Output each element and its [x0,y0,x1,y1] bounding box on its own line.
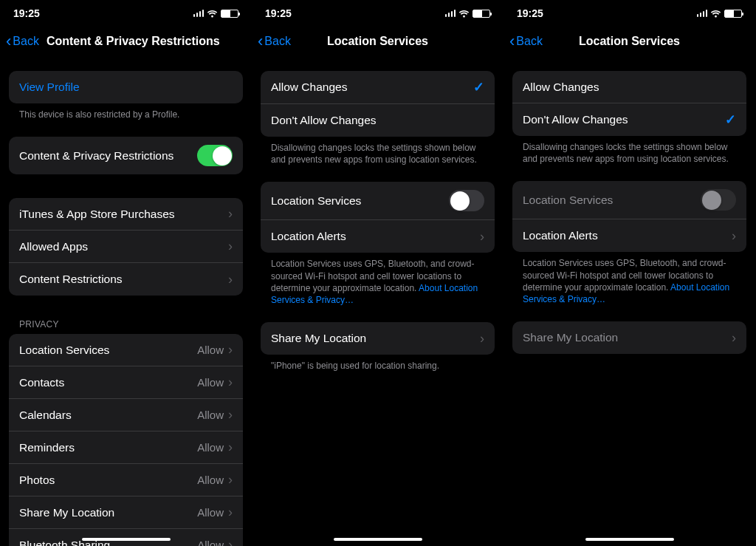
wifi-icon [207,10,218,18]
location-services-switch [701,189,736,211]
home-indicator[interactable] [334,538,422,541]
wifi-icon [710,10,721,18]
back-button[interactable]: ‹ Back [509,32,543,51]
content-restrictions-row[interactable]: Content Restrictions› [9,263,243,296]
battery-icon [724,10,742,18]
view-profile-label: View Profile [19,81,233,94]
chevron-right-icon: › [480,229,484,245]
chevron-right-icon: › [732,228,736,244]
privacy-reminders-row[interactable]: RemindersAllow› [9,431,243,464]
back-label: Back [13,35,39,48]
itunes-row[interactable]: iTunes & App Store Purchases› [9,198,243,231]
chevron-right-icon: › [228,342,233,358]
nav-bar: ‹ Back Location Services [252,25,504,58]
location-alerts-row[interactable]: Location Alerts › [261,220,495,253]
cellular-icon [697,10,708,17]
status-bar: 19:25 [252,6,504,21]
screen-content-privacy: 19:25 ‹ Back Content & Privacy Restricti… [0,0,252,546]
status-icons [445,10,491,18]
status-icons [193,10,239,18]
privacy-header: PRIVACY [9,319,243,334]
page-title: Content & Privacy Restrictions [47,35,220,48]
back-button[interactable]: ‹ Back [258,32,291,51]
chevron-right-icon: › [228,375,233,390]
screen-location-allow: 19:25 ‹ Back Location Services Allow Cha… [252,0,504,546]
deny-note: Disallowing changes locks the settings s… [512,141,746,165]
deny-note: Disallowing changes locks the settings s… [261,142,495,165]
privacy-share-location-row[interactable]: Share My LocationAllow› [9,496,243,529]
nav-bar: ‹ Back Content & Privacy Restrictions [0,25,252,58]
battery-icon [221,10,238,18]
chevron-right-icon: › [732,330,736,346]
location-services-switch[interactable] [449,190,484,211]
share-my-location-row[interactable]: Share My Location › [261,322,495,355]
status-time: 19:25 [13,7,40,19]
location-alerts-row[interactable]: Location Alerts › [512,219,746,252]
privacy-calendars-row[interactable]: CalendarsAllow› [9,399,243,431]
status-bar: 19:25 [0,6,252,21]
status-icons [697,10,743,18]
chevron-right-icon: › [228,472,233,488]
privacy-location-services-row[interactable]: Location ServicesAllow› [9,334,243,366]
profile-note: This device is also restricted by a Prof… [9,109,243,120]
checkmark-icon: ✓ [473,79,484,95]
location-services-toggle-row[interactable]: Location Services [261,182,495,220]
chevron-right-icon: › [228,537,233,546]
allow-changes-row[interactable]: Allow Changes [512,71,746,103]
page-title: Location Services [579,35,680,48]
location-services-toggle-row: Location Services [512,181,746,219]
back-label: Back [516,35,543,48]
back-label: Back [264,35,291,48]
share-my-location-row[interactable]: Share My Location › [512,321,746,354]
chevron-right-icon: › [228,440,233,455]
wifi-icon [458,10,470,18]
home-indicator[interactable] [585,538,674,541]
home-indicator[interactable] [82,538,171,541]
battery-icon [472,10,490,18]
chevron-right-icon: › [228,505,233,520]
page-title: Location Services [327,35,428,48]
chevron-left-icon: ‹ [258,32,263,51]
chevron-right-icon: › [228,206,233,222]
screen-location-deny: 19:25 ‹ Back Location Services Allow Cha… [504,0,755,546]
allowed-apps-row[interactable]: Allowed Apps› [9,231,243,263]
cellular-icon [193,10,205,17]
back-button[interactable]: ‹ Back [6,32,39,51]
chevron-right-icon: › [228,272,233,287]
dont-allow-changes-row[interactable]: Don't Allow Changes [261,104,495,137]
privacy-contacts-row[interactable]: ContactsAllow› [9,366,243,399]
privacy-photos-row[interactable]: PhotosAllow› [9,464,243,496]
share-note: "iPhone" is being used for location shar… [261,360,495,372]
dont-allow-changes-row[interactable]: Don't Allow Changes ✓ [512,103,746,136]
allow-changes-row[interactable]: Allow Changes ✓ [261,71,495,104]
chevron-left-icon: ‹ [509,32,515,51]
checkmark-icon: ✓ [725,112,736,128]
chevron-left-icon: ‹ [6,32,11,51]
status-bar: 19:25 [504,6,755,21]
chevron-right-icon: › [228,239,233,254]
cellular-icon [445,10,456,17]
location-services-note: Location Services uses GPS, Bluetooth, a… [261,258,495,306]
nav-bar: ‹ Back Location Services [504,25,755,58]
status-time: 19:25 [265,7,292,19]
content-privacy-label: Content & Privacy Restrictions [19,149,197,163]
content-privacy-switch[interactable] [197,145,233,166]
chevron-right-icon: › [480,331,484,347]
chevron-right-icon: › [228,407,233,423]
content-privacy-toggle-row[interactable]: Content & Privacy Restrictions [9,137,243,174]
status-time: 19:25 [517,7,543,19]
view-profile-row[interactable]: View Profile [9,71,243,103]
location-services-note: Location Services uses GPS, Bluetooth, a… [512,257,746,305]
